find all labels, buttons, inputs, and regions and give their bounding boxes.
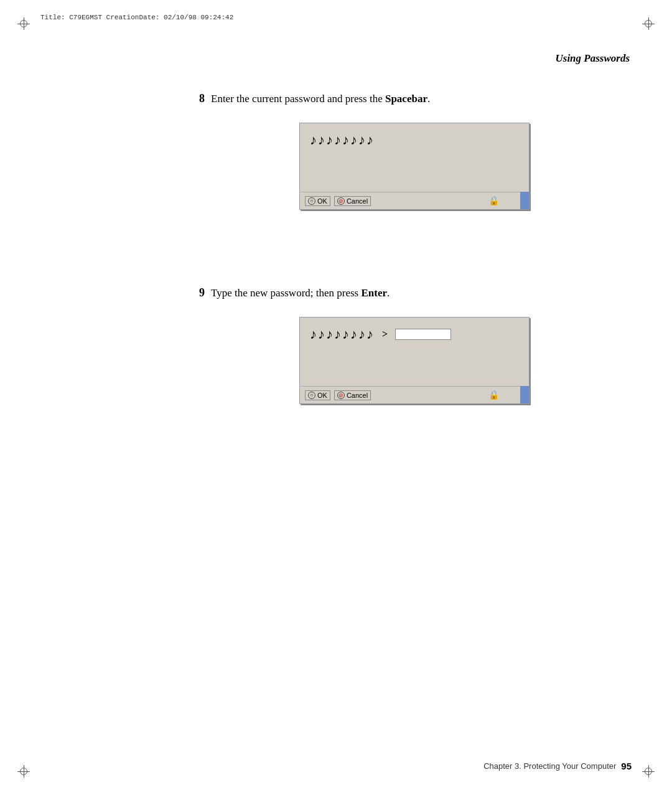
dialog-2-cancel-label: Cancel	[347, 392, 368, 399]
dialog-1-wrapper: ♪♪♪♪♪♪♪♪ ○ OK ⊘ Cancel 🔒	[199, 114, 630, 210]
dialog-2-footer: ○ OK ⊘ Cancel 🔒	[300, 386, 529, 403]
page-header-meta: Title: C79EGMST CreationDate: 02/10/98 0…	[40, 14, 233, 21]
step-8-number: 8	[199, 92, 205, 105]
step-8-block: 8 Enter the current password and press t…	[199, 92, 630, 210]
arrow-symbol: >	[382, 329, 388, 340]
section-title: Using Passwords	[555, 52, 630, 65]
dialog-2-password-row: ♪♪♪♪♪♪♪♪ >	[310, 326, 511, 342]
corner-mark-tr	[642, 17, 655, 30]
dialog-1-ok-label: OK	[317, 197, 327, 205]
dialog-1-cancel-button[interactable]: ⊘ Cancel	[334, 196, 371, 206]
ok-icon: ○	[308, 197, 315, 205]
dialog-2-wrapper: ♪♪♪♪♪♪♪♪ > ○ OK ⊘ Cancel �	[199, 308, 630, 404]
dialog-2-cancel-button[interactable]: ⊘ Cancel	[334, 390, 371, 400]
dialog-2-content: ♪♪♪♪♪♪♪♪ >	[300, 318, 529, 386]
dialog-1-footer: ○ OK ⊘ Cancel 🔒	[300, 192, 529, 209]
corner-mark-bl	[17, 765, 30, 778]
ok-icon-2: ○	[308, 392, 315, 399]
lock-icon-1: 🔒	[488, 195, 499, 206]
dialog-2-ok-button[interactable]: ○ OK	[305, 390, 330, 400]
cancel-icon: ⊘	[337, 197, 345, 205]
footer-page-number: 95	[621, 761, 632, 771]
lock-icon-2: 🔒	[488, 390, 499, 400]
dialog-1: ♪♪♪♪♪♪♪♪ ○ OK ⊘ Cancel 🔒	[299, 123, 530, 210]
footer-chapter: Chapter 3. Protecting Your Computer	[483, 761, 616, 771]
corner-mark-br	[642, 765, 655, 778]
new-password-input[interactable]	[395, 329, 451, 340]
dialog-1-buttons: ○ OK ⊘ Cancel	[305, 196, 371, 206]
dialog-1-ok-button[interactable]: ○ OK	[305, 196, 330, 206]
dialog-2: ♪♪♪♪♪♪♪♪ > ○ OK ⊘ Cancel �	[299, 317, 530, 404]
step-9-number: 9	[199, 286, 205, 299]
step-9-block: 9 Type the new password; then press Ente…	[199, 286, 630, 404]
dialog-1-cancel-label: Cancel	[347, 197, 368, 205]
cancel-icon-2: ⊘	[337, 392, 345, 399]
dialog-2-password: ♪♪♪♪♪♪♪♪	[310, 326, 375, 342]
corner-mark-tl	[17, 17, 30, 30]
page-footer: Chapter 3. Protecting Your Computer 95	[40, 761, 632, 771]
step-9-text: Type the new password; then press Enter.	[211, 287, 390, 299]
dialog-1-password: ♪♪♪♪♪♪♪♪	[310, 132, 375, 148]
dialog-1-content: ♪♪♪♪♪♪♪♪	[300, 123, 529, 192]
dialog-2-buttons: ○ OK ⊘ Cancel	[305, 390, 371, 400]
dialog-2-ok-label: OK	[317, 392, 327, 399]
step-8-text: Enter the current password and press the…	[211, 93, 430, 105]
